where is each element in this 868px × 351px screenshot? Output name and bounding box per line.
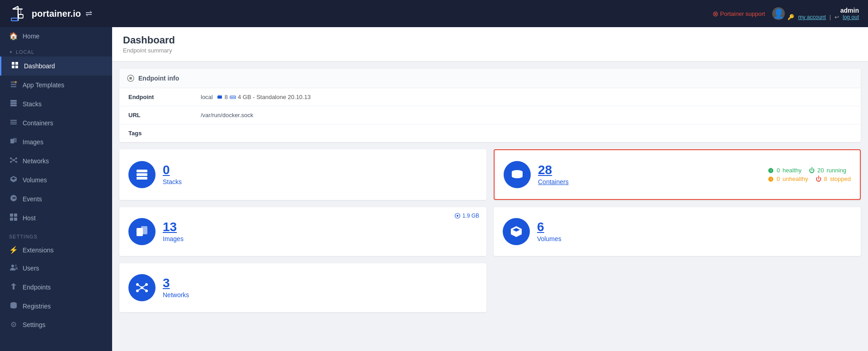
sidebar: 🏠 Home LOCAL Dashboard App Templates Sta… bbox=[0, 27, 112, 351]
svg-rect-44 bbox=[141, 226, 147, 234]
stacks-count[interactable]: 0 bbox=[163, 164, 182, 176]
endpoint-row-tags: Tags bbox=[119, 124, 861, 142]
sidebar-local-label: LOCAL bbox=[0, 45, 112, 57]
svg-rect-37 bbox=[232, 97, 233, 98]
networks-stat-icon bbox=[128, 274, 156, 301]
svg-rect-36 bbox=[231, 97, 232, 98]
logout-link[interactable]: log out bbox=[843, 14, 859, 20]
settings-icon: ⚙ bbox=[9, 320, 18, 329]
stacks-icon bbox=[9, 99, 18, 109]
endpoint-row-endpoint: Endpoint local 8 4 GB - Standalone 20.10… bbox=[119, 88, 861, 106]
my-account-link[interactable]: my account bbox=[798, 14, 826, 20]
host-icon bbox=[9, 213, 18, 223]
portainer-support-link[interactable]: ⊗ Portainer support bbox=[712, 9, 765, 18]
stacks-stat-icon bbox=[128, 161, 156, 188]
memory-icon bbox=[230, 95, 236, 100]
svg-rect-12 bbox=[13, 138, 17, 142]
page-subtitle: Endpoint summary bbox=[123, 47, 857, 54]
svg-line-20 bbox=[11, 160, 14, 162]
stat-card-images[interactable]: 13 Images 1.9 GB bbox=[119, 207, 486, 256]
sidebar-item-endpoints[interactable]: Endpoints bbox=[0, 278, 112, 297]
home-icon: 🏠 bbox=[9, 32, 18, 40]
unhealthy-count: 0 unhealthy ⏻ 8 stopped bbox=[768, 176, 851, 182]
stacks-label: Stacks bbox=[163, 178, 182, 185]
stat-card-containers[interactable]: 28 Containers 0 healthy ⏻ 20 running 0 bbox=[494, 149, 861, 200]
sidebar-item-containers[interactable]: Containers bbox=[0, 114, 112, 133]
svg-rect-38 bbox=[234, 97, 235, 98]
stat-card-networks[interactable]: 3 Networks bbox=[119, 263, 486, 312]
dashboard-icon bbox=[10, 61, 19, 71]
endpoint-extra: 8 4 GB - Standalone 20.10.13 bbox=[217, 94, 311, 100]
users-icon bbox=[9, 263, 18, 273]
svg-line-18 bbox=[11, 158, 14, 160]
containers-count[interactable]: 28 bbox=[538, 164, 569, 176]
sidebar-item-events[interactable]: Events bbox=[0, 190, 112, 209]
svg-rect-24 bbox=[10, 218, 13, 221]
settings-section-label: SETTINGS bbox=[0, 228, 112, 241]
volumes-icon bbox=[9, 175, 18, 185]
admin-avatar-icon: 👤 bbox=[772, 7, 785, 20]
volumes-label: Volumes bbox=[537, 235, 561, 242]
networks-count[interactable]: 3 bbox=[163, 277, 189, 289]
sidebar-item-users[interactable]: Users bbox=[0, 259, 112, 278]
svg-rect-39 bbox=[137, 170, 147, 172]
images-count[interactable]: 13 bbox=[163, 221, 184, 233]
key-icon: 🔑 bbox=[788, 14, 794, 20]
portainer-logo bbox=[9, 5, 27, 23]
sidebar-item-registries[interactable]: Registries bbox=[0, 297, 112, 316]
sidebar-item-networks[interactable]: Networks bbox=[0, 152, 112, 171]
svg-rect-10 bbox=[10, 104, 17, 106]
logout-separator: | bbox=[830, 14, 831, 20]
images-stat-icon bbox=[128, 218, 156, 245]
support-icon: ⊗ bbox=[712, 9, 718, 18]
stacks-stat-info: 0 Stacks bbox=[163, 164, 182, 185]
disk-icon bbox=[454, 213, 461, 219]
page-header: Dashboard Endpoint summary bbox=[112, 27, 868, 62]
events-icon bbox=[9, 194, 18, 204]
sidebar-item-settings[interactable]: ⚙ Settings bbox=[0, 316, 112, 333]
volumes-stat-info: 6 Volumes bbox=[537, 221, 561, 242]
sidebar-item-stacks[interactable]: Stacks bbox=[0, 95, 112, 114]
containers-extra: 0 healthy ⏻ 20 running 0 unhealthy ⏻ 8 s… bbox=[768, 167, 851, 182]
svg-line-54 bbox=[137, 288, 142, 291]
sidebar-item-app-templates[interactable]: App Templates bbox=[0, 76, 112, 95]
app-templates-icon bbox=[9, 80, 18, 90]
containers-label[interactable]: Containers bbox=[538, 178, 569, 185]
svg-rect-41 bbox=[137, 177, 147, 180]
svg-line-53 bbox=[142, 285, 146, 288]
healthy-icon bbox=[768, 167, 774, 174]
sidebar-item-images[interactable]: Images bbox=[0, 133, 112, 152]
transfer-icon: ⇌ bbox=[85, 9, 92, 19]
networks-label: Networks bbox=[163, 291, 189, 299]
sidebar-item-host[interactable]: Host bbox=[0, 209, 112, 228]
stat-card-stacks[interactable]: 0 Stacks bbox=[119, 149, 486, 200]
networks-stat-info: 3 Networks bbox=[163, 277, 189, 299]
admin-links: admin 🔑 my account | ↩ log out bbox=[788, 7, 859, 20]
logo-area: portainer.io ⇌ bbox=[9, 5, 92, 23]
sidebar-item-dashboard[interactable]: Dashboard bbox=[0, 57, 112, 76]
endpoint-table: Endpoint local 8 4 GB - Standalone 20.10… bbox=[119, 88, 861, 142]
containers-stat-info: 28 Containers bbox=[538, 164, 569, 185]
volumes-count[interactable]: 6 bbox=[537, 221, 561, 233]
images-label: Images bbox=[163, 235, 184, 242]
svg-point-30 bbox=[129, 77, 132, 80]
svg-rect-23 bbox=[14, 213, 17, 217]
endpoint-row-url: URL /var/run/docker.sock bbox=[119, 106, 861, 124]
svg-rect-40 bbox=[137, 173, 147, 176]
endpoint-value: local 8 4 GB - Standalone 20.10.13 bbox=[201, 94, 852, 100]
main-layout: 🏠 Home LOCAL Dashboard App Templates Sta… bbox=[0, 27, 868, 351]
stat-card-volumes[interactable]: 6 Volumes bbox=[494, 207, 861, 256]
images-size-badge: 1.9 GB bbox=[454, 213, 479, 219]
logo-text: portainer.io bbox=[32, 9, 81, 19]
containers-icon bbox=[9, 118, 18, 128]
svg-rect-22 bbox=[10, 213, 13, 217]
svg-point-26 bbox=[11, 265, 14, 267]
endpoint-info-icon bbox=[127, 74, 135, 82]
endpoint-info-card: Endpoint info Endpoint local 8 4 GB - St… bbox=[119, 69, 861, 142]
endpoint-info-header: Endpoint info bbox=[119, 69, 861, 88]
sidebar-item-volumes[interactable]: Volumes bbox=[0, 171, 112, 190]
sidebar-item-home[interactable]: 🏠 Home bbox=[0, 27, 112, 45]
endpoints-icon bbox=[9, 282, 18, 292]
sidebar-item-extensions[interactable]: ⚡ Extensions bbox=[0, 241, 112, 259]
images-stat-info: 13 Images bbox=[163, 221, 184, 242]
